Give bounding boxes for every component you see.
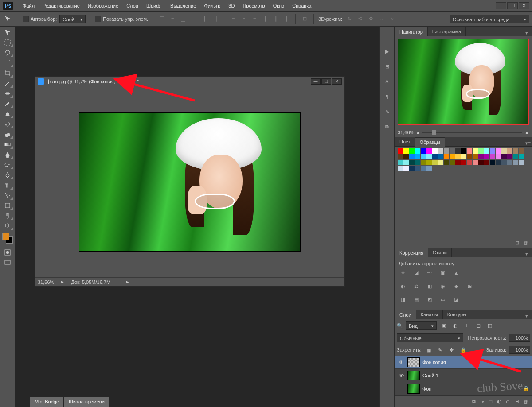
zoom-tool[interactable] (2, 221, 13, 231)
swatch[interactable] (398, 160, 403, 165)
actions-panel-icon[interactable]: ▶ (382, 46, 392, 57)
shape-tool[interactable] (2, 201, 13, 210)
new-group-icon[interactable]: 🗀 (506, 399, 511, 404)
distribute-right-icon[interactable]: ┃ (282, 15, 291, 23)
layer-thumbnail[interactable] (407, 384, 420, 394)
delete-swatch-icon[interactable]: 🗑 (524, 240, 528, 246)
swatch[interactable] (415, 166, 420, 171)
filter-shape-icon[interactable]: ◻ (474, 322, 483, 329)
clone-stamp-tool[interactable] (2, 109, 13, 119)
new-adjustment-layer-icon[interactable]: ◐ (497, 399, 501, 404)
navigator-thumbnail[interactable] (398, 39, 529, 125)
swatch[interactable] (473, 154, 478, 159)
swatch[interactable] (415, 148, 420, 154)
swatch[interactable] (484, 148, 489, 154)
tab-timeline[interactable]: Шкала времени (64, 397, 109, 407)
swatch[interactable] (426, 166, 432, 171)
swatch[interactable] (438, 154, 443, 159)
swatch[interactable] (501, 148, 507, 154)
swatch[interactable] (409, 148, 415, 154)
lock-pixels-icon[interactable]: ✎ (436, 346, 445, 354)
bw-icon[interactable]: ◧ (425, 282, 434, 290)
swatch[interactable] (473, 160, 478, 165)
tab-mini-bridge[interactable]: Mini Bridge (30, 397, 63, 407)
swatch[interactable] (403, 154, 409, 159)
layer-thumbnail[interactable] (407, 357, 420, 367)
doc-close-button[interactable]: ✕ (332, 78, 342, 85)
layer-fx-icon[interactable]: fx (480, 399, 484, 404)
tab-paths[interactable]: Контуры (443, 310, 471, 319)
history-brush-tool[interactable] (2, 119, 13, 129)
swatch-grid[interactable] (398, 148, 529, 171)
layer-name[interactable]: Фон копия (422, 360, 446, 365)
lock-transparency-icon[interactable]: ▩ (424, 346, 433, 354)
auto-select-checkbox[interactable]: Автовыбор: (23, 16, 57, 22)
swatch[interactable] (421, 148, 426, 154)
swatch[interactable] (432, 154, 438, 159)
layer-filter-dropdown[interactable]: Вид (406, 321, 437, 330)
align-left-icon[interactable]: ▏ (189, 15, 198, 23)
window-minimize-button[interactable]: — (496, 2, 506, 9)
distribute-top-icon[interactable]: ≡ (229, 15, 238, 23)
opacity-input[interactable] (509, 334, 530, 342)
align-bottom-icon[interactable]: ▁ (179, 15, 188, 23)
swatch[interactable] (432, 148, 438, 154)
selective-color-icon[interactable]: ◪ (452, 295, 461, 303)
swatch[interactable] (403, 160, 409, 165)
tab-navigator[interactable]: Навигатор (395, 27, 428, 36)
swatch[interactable] (461, 160, 466, 165)
swatch[interactable] (513, 148, 518, 154)
filter-adjust-icon[interactable]: ◐ (451, 322, 460, 329)
layer-row[interactable]: 👁 Слой 1 (395, 369, 532, 382)
workspace-dropdown[interactable]: Основная рабочая среда (450, 15, 529, 23)
swatch[interactable] (484, 160, 489, 165)
move-tool[interactable] (2, 27, 13, 37)
menu-select[interactable]: Выделение (166, 3, 200, 8)
navigator-zoom-slider[interactable] (422, 132, 522, 133)
navigator-panel-menu-icon[interactable]: ▾≡ (524, 30, 532, 36)
swatch[interactable] (432, 160, 438, 165)
swatch[interactable] (409, 166, 415, 171)
swatch[interactable] (455, 148, 461, 154)
doc-maximize-button[interactable]: ❐ (321, 78, 331, 85)
menu-window[interactable]: Окно (269, 3, 289, 8)
layer-thumbnail[interactable] (407, 371, 420, 380)
tab-layers[interactable]: Слои (395, 310, 416, 319)
status-zoom[interactable]: 31,66% (38, 279, 54, 285)
menu-3d[interactable]: 3D (224, 3, 239, 8)
swatch[interactable] (496, 148, 501, 154)
swatch[interactable] (501, 154, 507, 159)
swatch[interactable] (409, 160, 415, 165)
color-balance-icon[interactable]: ⚖ (412, 282, 421, 290)
swatch[interactable] (444, 160, 449, 165)
tab-histogram[interactable]: Гистограмма (428, 27, 466, 36)
distribute-bottom-icon[interactable]: ≡ (250, 15, 259, 23)
3d-orbit-icon[interactable]: ↻ (345, 15, 354, 23)
swatch[interactable] (478, 160, 484, 165)
history-panel-icon[interactable]: ≣ (382, 31, 392, 42)
align-vcenter-icon[interactable]: ≡ (168, 15, 177, 23)
swatch[interactable] (501, 160, 507, 165)
brightness-contrast-icon[interactable]: ☀ (399, 269, 407, 277)
color-lookup-icon[interactable]: ⊞ (465, 282, 474, 290)
menu-layers[interactable]: Слои (122, 3, 142, 8)
channel-mixer-icon[interactable]: ◆ (452, 282, 461, 290)
hand-tool[interactable] (2, 211, 13, 221)
gradient-tool[interactable] (2, 140, 13, 149)
swatch[interactable] (403, 148, 409, 154)
swatch[interactable] (426, 148, 432, 154)
swatch[interactable] (455, 154, 461, 159)
layer-visibility-icon[interactable]: 👁 (398, 372, 405, 379)
gradient-map-icon[interactable]: ▭ (438, 295, 447, 303)
align-right-icon[interactable]: ▕ (211, 15, 219, 23)
eraser-tool[interactable] (2, 129, 13, 139)
link-layers-icon[interactable]: ⧉ (472, 399, 476, 404)
swatch[interactable] (421, 154, 426, 159)
menu-help[interactable]: Справка (288, 3, 315, 8)
swatch[interactable] (403, 166, 409, 171)
swatch[interactable] (421, 160, 426, 165)
swatch[interactable] (496, 154, 501, 159)
auto-align-icon[interactable]: ⊞ (300, 15, 309, 23)
menu-edit[interactable]: Редактирование (39, 3, 84, 8)
swatch[interactable] (409, 154, 415, 159)
